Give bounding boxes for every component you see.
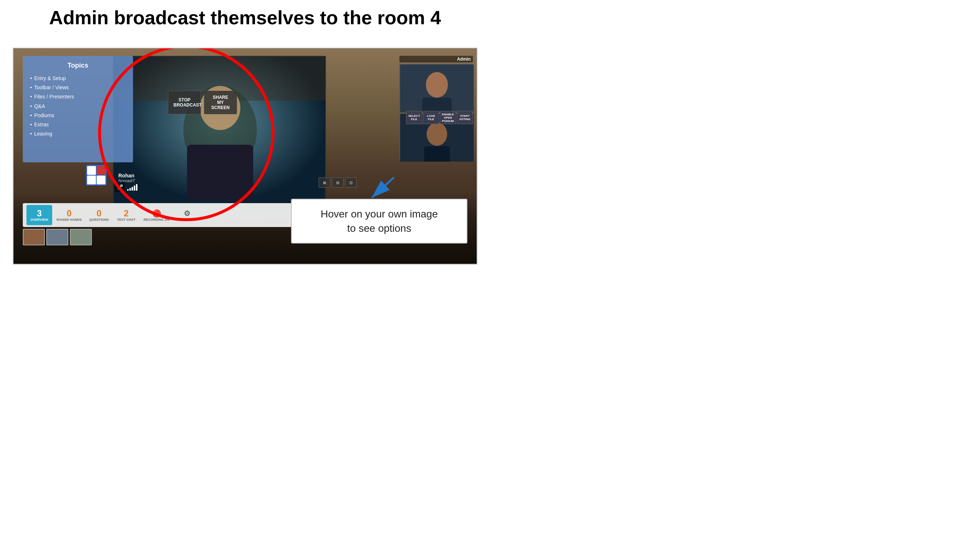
right-panel: Admin — [399, 56, 473, 161]
topic-item: Files / Presenters — [30, 92, 126, 102]
signal-bar-3 — [132, 187, 133, 191]
layout-icons-bar: ⊞ ⊟ ⊡ — [318, 178, 357, 188]
raised-hands-label: RAISED HANDS — [57, 218, 82, 221]
share-screen-button[interactable]: SHARE MY SCREEN — [204, 91, 237, 114]
topic-item: Extras — [30, 120, 126, 129]
stop-broadcast-button[interactable]: STOP BROADCAST — [168, 91, 201, 114]
overview-label: OVERVIEW — [30, 218, 48, 221]
recording-icon: 🔴 — [152, 209, 161, 218]
signal-bar-1 — [127, 189, 129, 191]
svg-rect-2 — [97, 166, 105, 175]
text-chat-count: 2 — [124, 209, 129, 218]
toolbar-row: SELECT FILE LOAD FILE ENABLE OPEN PODIUM… — [406, 111, 473, 124]
questions-count: 0 — [97, 209, 102, 218]
tab-advanced[interactable]: ⚙ ADVANCED — [174, 205, 200, 225]
svg-point-14 — [426, 122, 447, 146]
mic-icon[interactable]: 🎤 — [115, 182, 125, 192]
svg-rect-15 — [424, 146, 450, 162]
questions-label: QUESTIONS — [89, 218, 109, 221]
topic-item: Toolbar / Views — [30, 83, 126, 92]
admin-video-1 — [399, 64, 473, 112]
svg-rect-1 — [87, 166, 96, 175]
tab-questions[interactable]: 0 QUESTIONS — [86, 205, 112, 225]
app-logo — [85, 164, 107, 186]
callout-text: Hover on your own imageto see options — [303, 207, 456, 235]
participant-thumb-3[interactable] — [70, 229, 92, 245]
video-controls-bar: 🎤 — [115, 182, 137, 192]
topic-item: Leaving — [30, 129, 126, 138]
topic-item: Podiums — [30, 111, 126, 120]
participant-thumb-1[interactable] — [23, 229, 45, 245]
signal-bar-5 — [136, 184, 137, 191]
full-layout-icon[interactable]: ⊡ — [345, 178, 357, 188]
topic-item: Q&A — [30, 102, 126, 111]
topics-heading: Topics — [30, 62, 126, 70]
signal-bar-2 — [129, 188, 131, 191]
svg-rect-9 — [187, 145, 253, 200]
svg-rect-4 — [97, 176, 105, 184]
participant-thumb-2[interactable] — [46, 229, 68, 245]
advanced-label: ADVANCED — [178, 218, 196, 221]
start-voting-button[interactable]: START VOTING — [457, 111, 473, 124]
overview-count: 3 — [37, 209, 41, 218]
svg-line-17 — [372, 178, 394, 198]
admin-label: Admin — [399, 56, 473, 62]
svg-rect-3 — [87, 176, 96, 184]
tab-text-chat[interactable]: 2 TEXT CHAT — [113, 205, 139, 225]
text-chat-label: TEXT CHAT — [117, 218, 135, 221]
presenter-tag: Rohan NomadIT — [118, 173, 135, 183]
signal-bar-4 — [134, 186, 135, 191]
presenter-name: Rohan — [118, 173, 135, 178]
load-file-button[interactable]: LOAD FILE — [423, 111, 439, 124]
topic-item: Entry & Setup — [30, 74, 126, 83]
tab-recording[interactable]: 🔴 RECORDING ON — [141, 205, 173, 225]
tab-raised-hands[interactable]: 0 RAISED HANDS — [54, 205, 85, 225]
participant-thumbnails — [23, 229, 92, 245]
callout-box: Hover on your own imageto see options — [291, 199, 468, 243]
advanced-icon: ⚙ — [184, 209, 190, 218]
svg-point-11 — [426, 72, 448, 98]
raised-hands-count: 0 — [67, 209, 72, 218]
main-video-feed — [113, 56, 326, 218]
topics-list: Entry & Setup Toolbar / Views Files / Pr… — [30, 74, 126, 138]
topics-panel: Topics Entry & Setup Toolbar / Views Fil… — [23, 56, 133, 162]
split-layout-icon[interactable]: ⊟ — [332, 178, 344, 188]
page-title: Admin broadcast themselves to the room 4 — [0, 6, 490, 29]
broadcast-controls: STOP BROADCAST SHARE MY SCREEN — [168, 91, 237, 114]
screenshot-area: Topics Entry & Setup Toolbar / Views Fil… — [13, 48, 477, 265]
svg-rect-12 — [422, 98, 452, 113]
enable-open-podium-button[interactable]: ENABLE OPEN PODIUM — [440, 111, 456, 124]
recording-label: RECORDING ON — [144, 218, 170, 221]
grid-layout-icon[interactable]: ⊞ — [318, 178, 330, 188]
tab-overview[interactable]: 3 OVERVIEW — [27, 205, 52, 225]
select-file-button[interactable]: SELECT FILE — [406, 111, 422, 124]
signal-strength — [127, 183, 137, 191]
